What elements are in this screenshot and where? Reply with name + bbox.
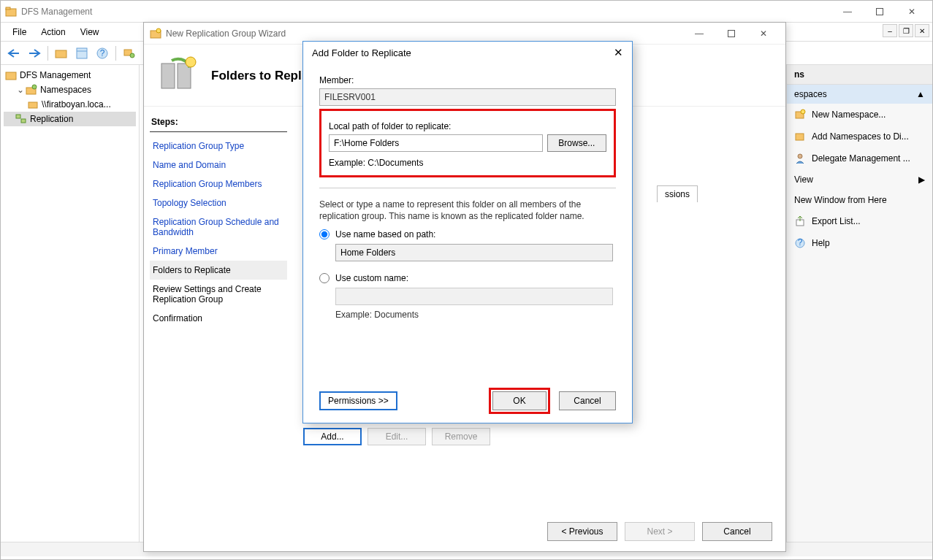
main-title: DFS Management [21,7,831,17]
remove-button: Remove [432,428,490,445]
action-export[interactable]: Export List... [787,210,932,232]
wizard-big-icon [157,55,199,97]
browse-button[interactable]: Browse... [547,134,606,152]
wizard-cancel-button[interactable]: Cancel [702,522,772,541]
expand-icon[interactable]: ⌄ [15,85,26,95]
svg-rect-19 [796,134,804,140]
mdi-min-button[interactable]: – [883,24,897,37]
namespace-item-icon [27,99,39,110]
wizard-close-button[interactable]: ✕ [747,23,780,44]
radio-path-label: Use name based on path: [335,229,435,239]
svg-rect-14 [28,102,37,108]
action-view[interactable]: View ▶ [787,169,932,190]
step-name-domain[interactable]: Name and Domain [150,156,287,174]
dialog-titlebar: Add Folder to Replicate ✕ [303,42,632,64]
svg-point-29 [186,57,196,67]
step-folders[interactable]: Folders to Replicate [150,261,287,280]
tool-properties-icon[interactable] [73,45,91,62]
menu-action[interactable]: Action [34,24,72,40]
member-field [319,88,616,106]
actions-pane: ns espaces ▲ New Namespace... Add Namesp… [786,65,932,542]
dialog-description: Select or type a name to represent this … [319,199,616,222]
mdi-restore-button[interactable]: ❐ [899,24,913,37]
radio-custom[interactable]: Use custom name: [319,273,616,283]
dialog-title: Add Folder to Replicate [312,47,601,58]
action-new-namespace[interactable]: New Namespace... [787,104,932,126]
ok-button[interactable]: OK [492,391,547,410]
svg-rect-15 [16,115,20,118]
forward-button[interactable] [26,45,43,62]
wizard-steps: Steps: Replication Group Type Name and D… [144,107,290,522]
action-delegate[interactable]: Delegate Management ... [787,147,932,169]
tree-root[interactable]: DFS Management [4,68,136,83]
action-add-namespaces[interactable]: Add Namespaces to Di... [787,126,932,147]
export-icon [794,215,806,227]
menu-file[interactable]: File [5,24,34,40]
step-schedule[interactable]: Replication Group Schedule and Bandwidth [150,212,287,242]
step-members[interactable]: Replication Group Members [150,174,287,193]
tool-folder-icon[interactable] [53,45,70,62]
user-icon [794,153,806,164]
action-label: Export List... [812,216,861,226]
tree-namespace-item[interactable]: \\firatboyan.loca... [4,97,136,112]
menu-view[interactable]: View [73,24,107,40]
path-input[interactable] [329,134,543,152]
step-primary[interactable]: Primary Member [150,242,287,261]
tree-replication-label: Replication [30,114,73,124]
main-window-controls [831,1,928,22]
radio-use-path[interactable]: Use name based on path: [319,229,616,239]
radio-path-input[interactable] [319,229,330,239]
edit-button: Edit... [368,428,426,445]
svg-point-13 [32,85,37,89]
permissions-button[interactable]: Permissions >> [319,391,397,410]
step-confirmation[interactable]: Confirmation [150,309,287,328]
svg-rect-16 [21,119,26,123]
dialog-cancel-button[interactable]: Cancel [559,391,616,410]
namespace-add-icon [794,131,806,142]
add-button[interactable]: Add... [303,428,362,445]
svg-point-18 [801,110,805,114]
member-label: Member: [319,75,616,85]
collapse-icon[interactable]: ▲ [916,89,925,99]
wizard-maximize-button[interactable] [715,23,747,44]
svg-rect-1 [6,7,10,9]
path-label: Local path of folder to replicate: [329,121,606,131]
step-review[interactable]: Review Settings and Create Replication G… [150,280,287,309]
wizard-table-buttons: Add... Edit... Remove [303,428,490,445]
close-button[interactable] [896,1,928,22]
wizard-minimize-button[interactable]: — [683,23,715,44]
radio-custom-input[interactable] [319,273,330,283]
svg-rect-26 [161,64,175,88]
tool-help-icon[interactable]: ? [94,45,111,62]
main-titlebar: DFS Management [1,1,932,23]
mdi-close-button[interactable]: ✕ [915,24,929,37]
custom-example: Example: Documents [335,310,616,320]
next-button: Next > [625,522,695,541]
minimize-button[interactable] [831,1,864,22]
tree-root-label: DFS Management [20,70,91,80]
radio-custom-label: Use custom name: [335,273,408,283]
custom-name-input [335,288,613,305]
actions-sub[interactable]: espaces ▲ [787,85,932,104]
action-label: Add Namespaces to Di... [812,131,909,142]
wizard-header-text: Folders to Repli [211,69,305,83]
maximize-button[interactable] [864,1,896,22]
action-new-window[interactable]: New Window from Here [787,190,932,210]
step-topology[interactable]: Topology Selection [150,193,287,212]
svg-point-8 [130,53,134,58]
dialog-footer: Permissions >> OK Cancel [319,388,616,414]
tree-namespaces[interactable]: ⌄ Namespaces [4,83,136,97]
action-help[interactable]: ? Help [787,232,932,254]
svg-text:?: ? [100,48,105,58]
step-replication-type[interactable]: Replication Group Type [150,137,287,156]
help-icon: ? [794,237,806,249]
svg-point-25 [156,28,161,33]
tool-namespace-icon[interactable] [121,45,138,62]
add-folder-dialog: Add Folder to Replicate ✕ Member: Local … [302,41,633,423]
previous-button[interactable]: < Previous [547,522,617,541]
tree-replication[interactable]: Replication [4,112,136,126]
svg-rect-11 [6,72,16,80]
back-button[interactable] [5,45,23,62]
dialog-close-button[interactable]: ✕ [601,46,623,59]
dfs-icon [5,69,17,81]
